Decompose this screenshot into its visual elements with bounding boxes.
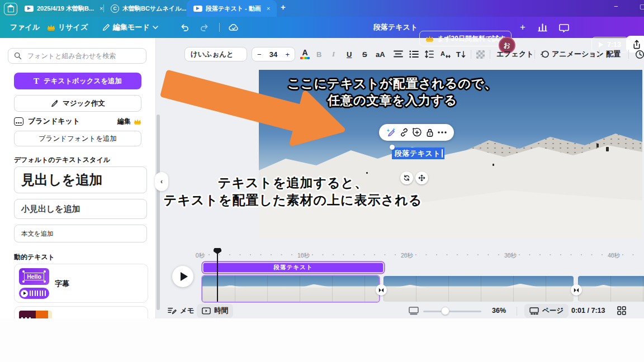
redo-button[interactable] — [200, 17, 209, 38]
file-menu[interactable]: ファイル — [10, 17, 40, 38]
sync-status-button[interactable] — [228, 17, 239, 38]
font-search[interactable] — [8, 48, 146, 64]
search-icon — [14, 52, 22, 60]
default-styles-heading: デフォルトのテキストスタイル — [14, 155, 110, 165]
skier-figure — [596, 144, 599, 147]
fullscreen-toggle[interactable] — [409, 307, 419, 315]
playhead-line[interactable] — [217, 249, 218, 302]
rainbow-bar — [300, 57, 310, 59]
resize-menu[interactable]: リサイズ — [47, 17, 88, 38]
text-panel-sidebar: T テキストボックスを追加 マジック作文 ブランドキット 編集 ブランドフォント… — [0, 38, 156, 318]
timeline-play-button[interactable] — [172, 266, 193, 287]
text-track[interactable]: 段落テキスト — [202, 262, 384, 273]
notes-button[interactable]: メモ — [168, 306, 195, 316]
add-subheading-button[interactable]: 小見出しを追加 — [14, 199, 147, 219]
move-icon — [418, 174, 425, 182]
chevron-down-icon — [153, 26, 158, 29]
increase-font-button[interactable]: + — [285, 50, 290, 59]
list-button[interactable] — [409, 47, 419, 61]
time-view-button[interactable]: 時間 — [197, 304, 233, 318]
trial-button[interactable]: まず30日間無料で試す — [419, 31, 512, 46]
move-handle[interactable] — [415, 172, 428, 184]
tab-close-icon[interactable]: × — [100, 5, 103, 12]
position-button[interactable]: 配置 — [606, 47, 621, 61]
search-input[interactable] — [26, 51, 129, 60]
grid-view-button[interactable] — [617, 306, 626, 315]
tab-project-2[interactable]: C 木曽駒BCサムネイル... × — [111, 0, 196, 17]
link-icon[interactable] — [399, 127, 409, 137]
transition-button[interactable] — [571, 284, 582, 296]
decrease-font-button[interactable]: − — [257, 50, 262, 59]
chart-bars-icon — [538, 23, 547, 32]
text-selection-handle[interactable] — [390, 145, 395, 150]
add-heading-button[interactable]: 見出しを追加 — [14, 166, 147, 193]
video-tab-icon — [193, 6, 202, 12]
zoom-slider-track[interactable] — [423, 311, 481, 312]
undo-button[interactable] — [180, 17, 190, 38]
brand-kit-row[interactable]: ブランドキット 編集 — [14, 116, 141, 126]
more-options-icon[interactable] — [438, 131, 447, 134]
underline-button[interactable]: U — [347, 47, 352, 61]
video-clip-3[interactable] — [578, 276, 644, 302]
down-arrow-icon — [461, 51, 466, 58]
zoom-value[interactable]: 36% — [492, 307, 506, 315]
transparency-button[interactable] — [476, 47, 485, 61]
waveform-icon — [30, 290, 46, 296]
tab-project-1[interactable]: 2025/4/19 木曽駒B... × — [25, 0, 103, 17]
effects-button[interactable]: エフェクト — [496, 47, 534, 61]
collapse-panel-button[interactable]: ‹ — [155, 172, 168, 191]
alignment-button[interactable] — [394, 47, 403, 61]
insights-button[interactable] — [538, 17, 547, 38]
add-body-text-button[interactable]: 本文を追加 — [14, 225, 147, 242]
rotate-handle[interactable] — [400, 172, 413, 184]
add-textbox-button[interactable]: T テキストボックスを追加 — [14, 73, 141, 89]
add-brand-font-button[interactable]: ブランドフォントを追加 — [14, 131, 141, 146]
new-tab-button[interactable]: + — [281, 2, 286, 12]
timeline-tick: 30秒 — [504, 252, 517, 260]
cloud-check-icon — [228, 23, 239, 32]
tab-bar: 2025/4/19 木曽駒B... × C 木曽駒BCサムネイル... × 段落… — [0, 0, 644, 17]
text-color-button[interactable]: A — [300, 47, 310, 61]
magic-edit-icon[interactable] — [386, 128, 396, 137]
page-view-button[interactable]: ページ — [524, 304, 569, 318]
brand-kit-edit-link[interactable]: 編集 — [117, 117, 131, 126]
transition-button[interactable] — [376, 284, 387, 296]
font-size-value[interactable]: 34 — [269, 50, 277, 59]
animation-button[interactable]: アニメーション — [540, 47, 604, 61]
strikethrough-button[interactable]: S — [362, 47, 367, 61]
timeline-ruler[interactable] — [208, 254, 638, 256]
minimize-button[interactable]: − — [614, 2, 618, 11]
lock-icon[interactable] — [425, 128, 434, 137]
letter-spacing-button[interactable]: A — [441, 47, 451, 61]
edit-mode-menu[interactable]: 編集モード — [102, 17, 158, 38]
duration-icon[interactable] — [635, 47, 644, 61]
timecode: 0:01 / 7:13 — [571, 307, 605, 315]
tab-close-icon[interactable]: × — [267, 5, 270, 12]
font-family-selector[interactable]: けいふぉんと — [184, 47, 247, 61]
sidebar-scrollbar[interactable] — [157, 115, 160, 310]
add-member-button[interactable]: + — [520, 17, 525, 38]
document-title[interactable]: 段落テキスト — [373, 17, 418, 38]
selected-text-box[interactable]: 段落テキスト — [392, 147, 444, 159]
skier-figure — [366, 172, 368, 174]
video-clip-2[interactable] — [383, 276, 574, 302]
caption-thumbnail: Hello — [19, 268, 49, 285]
zoom-slider-handle[interactable] — [441, 307, 449, 315]
italic-button[interactable]: I — [332, 47, 335, 61]
caption-card[interactable]: Hello 字幕 — [14, 264, 148, 303]
home-button[interactable] — [4, 3, 17, 15]
checkerboard-icon — [476, 50, 485, 59]
comments-button[interactable] — [559, 17, 569, 38]
tab-active-paragraph-text[interactable]: 段落テキスト - 動画 × — [187, 0, 277, 17]
maximize-button[interactable]: ▢ — [640, 3, 644, 10]
magic-write-button[interactable]: マジック作文 — [14, 95, 141, 112]
vertical-text-button[interactable]: T — [456, 47, 466, 61]
video-clip-1[interactable] — [202, 276, 379, 302]
comment-add-icon[interactable] — [412, 127, 422, 137]
text-t-icon: T — [34, 77, 39, 86]
text-case-button[interactable]: aA — [376, 47, 385, 61]
crown-icon — [425, 35, 434, 42]
dynamic-text-card-2[interactable] — [14, 306, 148, 318]
bold-button[interactable]: B — [316, 47, 321, 61]
line-spacing-button[interactable] — [425, 47, 434, 61]
